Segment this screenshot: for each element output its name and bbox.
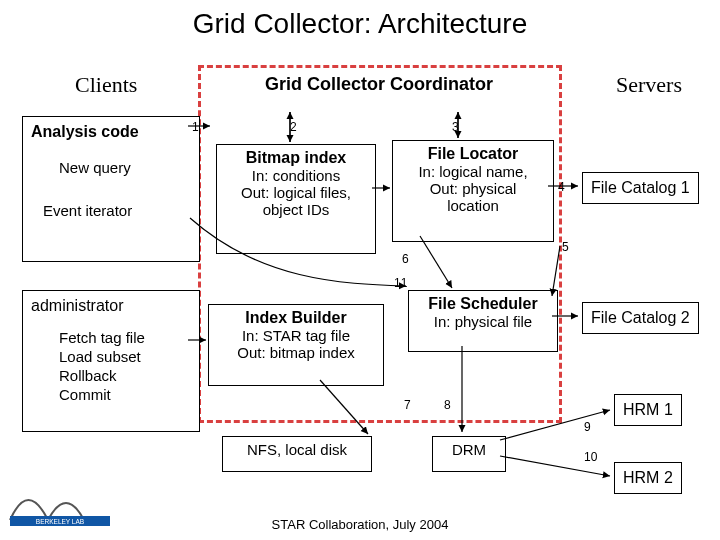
admin-commit: Commit — [59, 386, 191, 403]
builder-l2: Out: bitmap index — [213, 344, 379, 361]
locator-l1: In: logical name, — [397, 163, 549, 180]
nfs-box: NFS, local disk — [222, 436, 372, 472]
drm-box: DRM — [432, 436, 506, 472]
num-1: 1 — [192, 120, 199, 134]
num-10: 10 — [584, 450, 597, 464]
scheduler-title: File Scheduler — [413, 295, 553, 313]
coordinator-label: Grid Collector Coordinator — [250, 74, 508, 95]
bitmap-l3: object IDs — [221, 201, 371, 218]
file-catalog-1: File Catalog 1 — [582, 172, 699, 204]
analysis-heading: Analysis code — [31, 123, 191, 141]
bitmap-l1: In: conditions — [221, 167, 371, 184]
num-9: 9 — [584, 420, 591, 434]
bitmap-index-box: Bitmap index In: conditions Out: logical… — [216, 144, 376, 254]
locator-l3: location — [397, 197, 549, 214]
num-3: 3 — [452, 120, 459, 134]
builder-l1: In: STAR tag file — [213, 327, 379, 344]
file-scheduler-box: File Scheduler In: physical file — [408, 290, 558, 352]
analysis-new-query: New query — [59, 159, 191, 176]
file-catalog-2: File Catalog 2 — [582, 302, 699, 334]
locator-l2: Out: physical — [397, 180, 549, 197]
hrm-2: HRM 2 — [614, 462, 682, 494]
nfs-label: NFS, local disk — [247, 441, 347, 458]
clients-label: Clients — [75, 72, 137, 98]
num-5: 5 — [562, 240, 569, 254]
admin-heading: administrator — [31, 297, 191, 315]
diagram-title: Grid Collector: Architecture — [0, 8, 720, 40]
num-8: 8 — [444, 398, 451, 412]
builder-title: Index Builder — [213, 309, 379, 327]
client-admin-box: administrator Fetch tag file Load subset… — [22, 290, 200, 432]
bitmap-title: Bitmap index — [221, 149, 371, 167]
admin-rollback: Rollback — [59, 367, 191, 384]
scheduler-l1: In: physical file — [413, 313, 553, 330]
num-6: 6 — [402, 252, 409, 266]
footer-text: STAR Collaboration, July 2004 — [0, 517, 720, 532]
bitmap-l2: Out: logical files, — [221, 184, 371, 201]
analysis-event-iterator: Event iterator — [43, 202, 191, 219]
num-4: 4 — [558, 180, 565, 194]
servers-label: Servers — [616, 72, 682, 98]
num-2: 2 — [290, 120, 297, 134]
num-11: 11 — [394, 276, 407, 290]
file-locator-box: File Locator In: logical name, Out: phys… — [392, 140, 554, 242]
locator-title: File Locator — [397, 145, 549, 163]
hrm-1: HRM 1 — [614, 394, 682, 426]
num-7: 7 — [404, 398, 411, 412]
drm-label: DRM — [452, 441, 486, 458]
client-analysis-box: Analysis code New query Event iterator — [22, 116, 200, 262]
admin-fetch: Fetch tag file — [59, 329, 191, 346]
admin-load: Load subset — [59, 348, 191, 365]
index-builder-box: Index Builder In: STAR tag file Out: bit… — [208, 304, 384, 386]
